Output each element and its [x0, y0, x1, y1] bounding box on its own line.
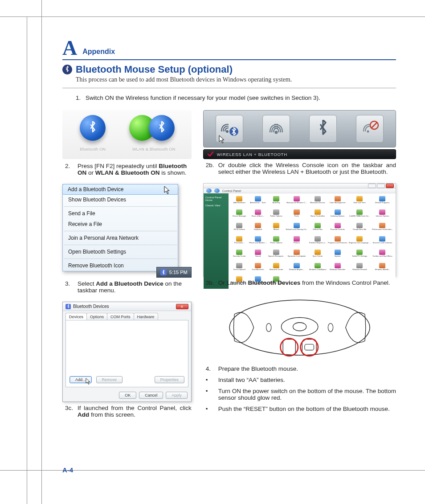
- properties-button[interactable]: Properties: [155, 376, 184, 383]
- step-1-number: 1.: [76, 94, 86, 101]
- cp-icon[interactable]: People Near Me: [349, 223, 371, 234]
- nav-fwd-icon[interactable]: [214, 188, 220, 193]
- cp-icon[interactable]: Folder Options: [268, 209, 284, 221]
- cp-icon[interactable]: iSCSI Initiator: [231, 223, 248, 234]
- cp-icon[interactable]: Offline Files: [309, 223, 327, 234]
- step-4: 4. Prepare the Bluetooth mouse.: [206, 365, 396, 372]
- cp-max-button[interactable]: [377, 184, 385, 188]
- cp-icon[interactable]: Date and Time: [349, 196, 371, 208]
- tab-com-ports[interactable]: COM Ports: [107, 313, 134, 320]
- wc-wlan-bt-icon[interactable]: [216, 115, 243, 143]
- step-4-text: Prepare the Bluetooth mouse.: [218, 365, 396, 372]
- step-4-number: 4.: [206, 365, 218, 372]
- cp-icon[interactable]: Indexing Options: [328, 209, 347, 221]
- tab-options[interactable]: Options: [86, 313, 107, 320]
- cp-icon[interactable]: Device Manager: [231, 209, 248, 221]
- cp-icon[interactable]: Bluetooth Devices: [309, 196, 327, 208]
- cp-icon[interactable]: Speech Recogniti...: [268, 250, 284, 261]
- cp-icon[interactable]: Mouse: [268, 223, 284, 234]
- cp-icon[interactable]: Scanners and Cameras: [372, 236, 393, 248]
- dialog-close-button[interactable]: ✕: [176, 304, 188, 309]
- bluetooth-devices-dialog: Bluetooth Devices ✕ Devices Options COM …: [62, 302, 192, 402]
- ok-button[interactable]: OK: [119, 392, 136, 399]
- step-3-text: Select Add a Bluetooth Device on the tas…: [78, 280, 192, 294]
- wc-disabled-icon[interactable]: [356, 115, 384, 143]
- dialog-device-list: Add... Remove Properties: [65, 320, 188, 387]
- menu-item-receive-file[interactable]: Receive a File: [63, 219, 178, 229]
- cp-icon[interactable]: Windows Defender: [328, 263, 347, 275]
- cp-icon[interactable]: Windows Mobilit...: [372, 263, 393, 275]
- cp-icon[interactable]: Phone and Modem ...: [249, 236, 267, 248]
- cp-icon[interactable]: Problem Reports a...: [309, 236, 327, 248]
- cp-icon[interactable]: System: [328, 250, 347, 261]
- cp-icon[interactable]: Windows Firewall: [349, 263, 371, 275]
- cp-icon[interactable]: Color Management: [328, 196, 347, 208]
- cp-icon[interactable]: Personaliz...: [231, 236, 248, 248]
- remove-button[interactable]: Remove: [96, 376, 123, 383]
- left-column: Bluetooth ON WLAN & Bluetooth ON 2. Pres…: [62, 110, 192, 426]
- cp-icon[interactable]: Sync Center: [309, 250, 327, 261]
- cp-icon[interactable]: Game Controllers: [309, 209, 327, 221]
- dialog-titlebar: Bluetooth Devices ✕: [63, 302, 191, 311]
- cp-icon[interactable]: Windows Anytim...: [286, 263, 307, 275]
- bullet-2: •Turn ON the power switch on the bottom …: [206, 388, 396, 401]
- tray-clock: 5:15 PM: [169, 270, 188, 275]
- cancel-button[interactable]: Cancel: [139, 392, 163, 399]
- section-title-row: Bluetooth Mouse Setup (optional): [62, 64, 396, 75]
- cp-icon[interactable]: Fonts: [286, 209, 307, 221]
- cp-icon[interactable]: Keyboard: [249, 223, 267, 234]
- menu-item-open-bluetooth-settings[interactable]: Open Bluetooth Settings: [63, 246, 178, 257]
- cp-icon[interactable]: Sound: [249, 250, 267, 261]
- cp-icon[interactable]: Add Hardware: [231, 196, 248, 208]
- cp-icon[interactable]: Power Options: [268, 236, 284, 248]
- page-number: A-4: [62, 466, 73, 474]
- cp-icon[interactable]: Regional and Language ...: [349, 236, 371, 248]
- cp-icon[interactable]: Taskbar and Start Menu: [372, 250, 393, 261]
- osd-figure: Bluetooth ON WLAN & Bluetooth ON: [62, 110, 192, 159]
- cp-icon[interactable]: Administrat... Tools: [249, 196, 267, 208]
- cp-icon[interactable]: Parental Controls: [328, 223, 347, 234]
- osd-right-label: WLAN & Bluetooth ON: [132, 147, 176, 152]
- tab-hardware[interactable]: Hardware: [134, 313, 158, 320]
- menu-item-send-file[interactable]: Send a File: [63, 208, 178, 219]
- cp-icon[interactable]: Text to Speech: [231, 263, 248, 275]
- cp-icon[interactable]: Performance Informatio...: [372, 223, 393, 234]
- step-2b: 2b. Or double click the Wireless Console…: [206, 162, 396, 175]
- cp-icon[interactable]: Programs and Features: [328, 236, 347, 248]
- cp-icon[interactable]: Internet Options: [372, 209, 393, 221]
- osd-bluetooth-on: Bluetooth ON: [75, 114, 110, 152]
- cp-side-home[interactable]: Control Panel Home: [205, 196, 227, 201]
- cp-icon[interactable]: Network and Sharing Ce...: [286, 223, 307, 234]
- cp-breadcrumb: Control Panel: [222, 189, 241, 193]
- cp-icon[interactable]: AutoPlay: [268, 196, 284, 208]
- osd-wlan-bt-on: WLAN & Bluetooth ON: [129, 114, 178, 152]
- cp-icon[interactable]: Backup and Restore C...: [286, 196, 307, 208]
- cp-icon[interactable]: User Accounts: [249, 263, 267, 275]
- tab-devices[interactable]: Devices: [65, 313, 87, 320]
- wc-bt-icon[interactable]: [309, 115, 337, 143]
- svg-point-3: [367, 131, 369, 133]
- tray-bluetooth-icon[interactable]: [160, 269, 167, 275]
- section-subtitle: This process can be used to add most Blu…: [76, 76, 396, 83]
- cp-icon[interactable]: Security Center: [231, 250, 248, 261]
- cp-icon[interactable]: Printers: [286, 236, 307, 248]
- cp-icon[interactable]: Symantec LiveUpdate: [286, 250, 307, 261]
- cp-min-button[interactable]: [368, 184, 376, 188]
- step-3c: 3c. If launched from the Control Panel, …: [65, 405, 192, 418]
- cp-icon[interactable]: Tablet PC Settings: [349, 250, 371, 261]
- menu-item-join-pan[interactable]: Join a Personal Area Network: [63, 233, 178, 243]
- cp-icon[interactable]: Ease of Acce...: [249, 209, 267, 221]
- nav-back-icon[interactable]: [206, 188, 212, 193]
- menu-item-add-bluetooth-device[interactable]: Add a Bluetooth Device: [62, 184, 178, 195]
- cp-icon[interactable]: Windows CardSpace: [309, 263, 327, 275]
- cp-close-button[interactable]: [386, 184, 394, 188]
- cp-side-classic[interactable]: Classic View: [205, 204, 227, 207]
- wc-wlan-icon[interactable]: [262, 115, 290, 143]
- menu-item-show-bluetooth-devices[interactable]: Show Bluetooth Devices: [63, 194, 178, 205]
- apply-button[interactable]: Apply: [166, 392, 188, 399]
- appendix-letter: A: [62, 38, 77, 58]
- cp-icon[interactable]: Welcome Center: [268, 263, 284, 275]
- cp-icon[interactable]: Default Programs: [372, 196, 393, 208]
- cp-icon[interactable]: Intel(R) GMA Driver for...: [349, 209, 371, 221]
- cursor-icon: [219, 135, 226, 144]
